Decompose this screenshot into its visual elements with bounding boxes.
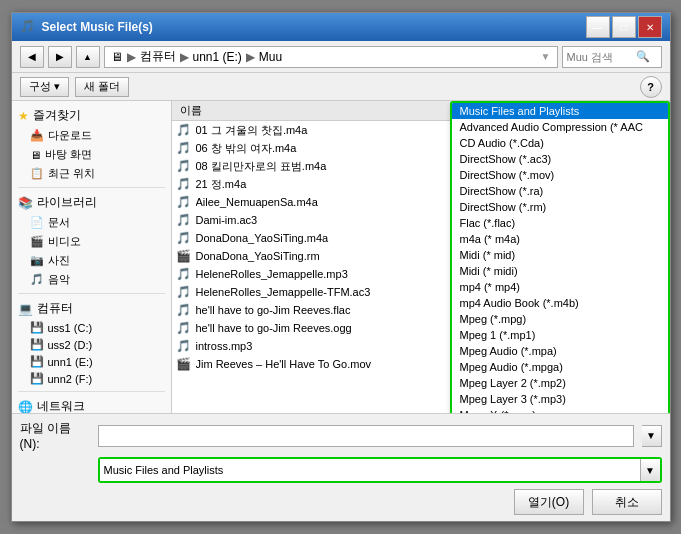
file-icon: 🎵 — [176, 267, 192, 281]
search-input[interactable] — [567, 51, 632, 63]
file-icon: 🎵 — [176, 123, 192, 137]
compose-button[interactable]: 구성 ▾ — [20, 77, 69, 97]
breadcrumb[interactable]: 🖥 ▶ 컴퓨터 ▶ unn1 (E:) ▶ Muu ▼ — [104, 46, 558, 68]
dropdown-item[interactable]: Music Files and Playlists — [452, 103, 668, 119]
search-icon: 🔍 — [636, 50, 650, 63]
dropdown-item[interactable]: Mpeg Audio (*.mpa) — [452, 343, 668, 359]
sidebar-item-music[interactable]: 🎵 음악 — [12, 270, 171, 289]
dialog-icon: 🎵 — [20, 19, 36, 35]
drive-f-icon: 💾 — [30, 372, 44, 385]
sidebar-library-header[interactable]: 📚 라이브러리 — [12, 192, 171, 213]
library-icon: 📚 — [18, 196, 33, 210]
dropdown-item[interactable]: Advanced Audio Compression (* AAC — [452, 119, 668, 135]
sidebar-favorites-label: 즐겨찾기 — [33, 107, 81, 124]
filename-row: 파일 이름(N): ▼ — [20, 420, 662, 451]
drive-c-icon: 💾 — [30, 321, 44, 334]
dropdown-item[interactable]: Midi (* mid) — [452, 247, 668, 263]
sidebar-network-header[interactable]: 🌐 네트워크 — [12, 396, 171, 413]
desktop-icon: 🖥 — [30, 149, 41, 161]
file-icon: 🎵 — [176, 285, 192, 299]
minimize-button[interactable]: — — [586, 16, 610, 38]
breadcrumb-part1: 컴퓨터 — [140, 48, 176, 65]
cancel-button[interactable]: 취소 — [592, 489, 662, 515]
divider-1 — [18, 187, 165, 188]
sidebar-item-photos[interactable]: 📷 사진 — [12, 251, 171, 270]
filetype-dropdown[interactable]: Music Files and PlaylistsAdvanced Audio … — [450, 101, 670, 413]
sidebar-item-recent[interactable]: 📋 최근 위치 — [12, 164, 171, 183]
bottom-bar: 파일 이름(N): ▼ Music Files and Playlists ▼ … — [12, 413, 670, 521]
dropdown-item[interactable]: DirectShow (*.rm) — [452, 199, 668, 215]
dropdown-item[interactable]: mp4 Audio Book (*.m4b) — [452, 295, 668, 311]
file-icon: 🎵 — [176, 321, 192, 335]
up-button[interactable]: ▲ — [76, 46, 100, 68]
dropdown-item[interactable]: Mpeg Audio (*.mpga) — [452, 359, 668, 375]
breadcrumb-part2: unn1 (E:) — [193, 50, 242, 64]
filename-dropdown-btn[interactable]: ▼ — [642, 425, 662, 447]
dropdown-item[interactable]: Mpeg X (*.mpx) — [452, 407, 668, 413]
main-pane: 이름 # 🎵 01 그 겨울의 찻집.m4a 🎵 06 창 밖의 여자.m4a … — [172, 101, 670, 413]
newfolder-button[interactable]: 새 폴더 — [75, 77, 129, 97]
sidebar: ★ 즐겨찾기 📥 다운로드 🖥 바탕 화면 📋 최근 위치 — [12, 101, 172, 413]
recent-icon: 📋 — [30, 167, 44, 180]
close-button[interactable]: ✕ — [638, 16, 662, 38]
dropdown-item[interactable]: Mpeg (*.mpg) — [452, 311, 668, 327]
breadcrumb-dropdown-icon: ▼ — [541, 51, 551, 62]
dropdown-item[interactable]: DirectShow (*.mov) — [452, 167, 668, 183]
file-icon: 🎵 — [176, 159, 192, 173]
documents-icon: 📄 — [30, 216, 44, 229]
file-icon: 🎵 — [176, 141, 192, 155]
dropdown-item[interactable]: Flac (*.flac) — [452, 215, 668, 231]
filetype-row: Music Files and Playlists ▼ — [20, 457, 662, 483]
file-icon: 🎬 — [176, 357, 192, 371]
divider-3 — [18, 391, 165, 392]
sidebar-section-library: 📚 라이브러리 📄 문서 🎬 비디오 📷 사진 🎵 음악 — [12, 192, 171, 289]
filename-label: 파일 이름(N): — [20, 420, 90, 451]
filename-input[interactable] — [98, 425, 634, 447]
sidebar-item-download[interactable]: 📥 다운로드 — [12, 126, 171, 145]
drive-e-icon: 💾 — [30, 355, 44, 368]
sidebar-item-desktop[interactable]: 🖥 바탕 화면 — [12, 145, 171, 164]
file-icon: 🎵 — [176, 213, 192, 227]
search-box[interactable]: 🔍 — [562, 46, 662, 68]
action-toolbar: 구성 ▾ 새 폴더 ? — [12, 73, 670, 101]
help-button[interactable]: ? — [640, 76, 662, 98]
dropdown-item[interactable]: Mpeg Layer 3 (*.mp3) — [452, 391, 668, 407]
file-icon: 🎵 — [176, 303, 192, 317]
sidebar-item-drive-c[interactable]: 💾 uss1 (C:) — [12, 319, 171, 336]
file-icon: 🎵 — [176, 231, 192, 245]
file-icon: 🎵 — [176, 195, 192, 209]
download-icon: 📥 — [30, 129, 44, 142]
title-bar-buttons: — □ ✕ — [586, 16, 662, 38]
sidebar-item-drive-f[interactable]: 💾 unn2 (F:) — [12, 370, 171, 387]
maximize-button[interactable]: □ — [612, 16, 636, 38]
title-bar-left: 🎵 Select Music File(s) — [20, 19, 153, 35]
file-icon: 🎵 — [176, 177, 192, 191]
forward-button[interactable]: ▶ — [48, 46, 72, 68]
back-button[interactable]: ◀ — [20, 46, 44, 68]
sidebar-item-drive-e[interactable]: 💾 unn1 (E:) — [12, 353, 171, 370]
sidebar-item-drive-d[interactable]: 💾 uss2 (D:) — [12, 336, 171, 353]
dropdown-item[interactable]: mp4 (* mp4) — [452, 279, 668, 295]
dialog-title: Select Music File(s) — [42, 20, 153, 34]
network-icon: 🌐 — [18, 400, 33, 414]
sidebar-item-video[interactable]: 🎬 비디오 — [12, 232, 171, 251]
sidebar-section-computer: 💻 컴퓨터 💾 uss1 (C:) 💾 uss2 (D:) 💾 unn1 (E:… — [12, 298, 171, 387]
file-icon: 🎬 — [176, 249, 192, 263]
dropdown-item[interactable]: DirectShow (*.ac3) — [452, 151, 668, 167]
dropdown-item[interactable]: Midi (* midi) — [452, 263, 668, 279]
filetype-select-btn[interactable]: ▼ — [640, 459, 660, 481]
sidebar-computer-header[interactable]: 💻 컴퓨터 — [12, 298, 171, 319]
dropdown-item[interactable]: CD Audio (*.Cda) — [452, 135, 668, 151]
dropdown-item[interactable]: DirectShow (*.ra) — [452, 183, 668, 199]
open-button[interactable]: 열기(O) — [514, 489, 584, 515]
sidebar-section-favorites: ★ 즐겨찾기 📥 다운로드 🖥 바탕 화면 📋 최근 위치 — [12, 105, 171, 183]
dropdown-item[interactable]: m4a (* m4a) — [452, 231, 668, 247]
dropdown-item[interactable]: Mpeg Layer 2 (*.mp2) — [452, 375, 668, 391]
sidebar-item-documents[interactable]: 📄 문서 — [12, 213, 171, 232]
filetype-select-wrapper[interactable]: Music Files and Playlists ▼ — [98, 457, 662, 483]
filetype-select-text: Music Files and Playlists — [100, 459, 640, 481]
star-icon: ★ — [18, 109, 29, 123]
dropdown-item[interactable]: Mpeg 1 (*.mp1) — [452, 327, 668, 343]
dialog: 🎵 Select Music File(s) — □ ✕ ◀ ▶ ▲ 🖥 ▶ 컴… — [11, 12, 671, 522]
sidebar-favorites-header[interactable]: ★ 즐겨찾기 — [12, 105, 171, 126]
